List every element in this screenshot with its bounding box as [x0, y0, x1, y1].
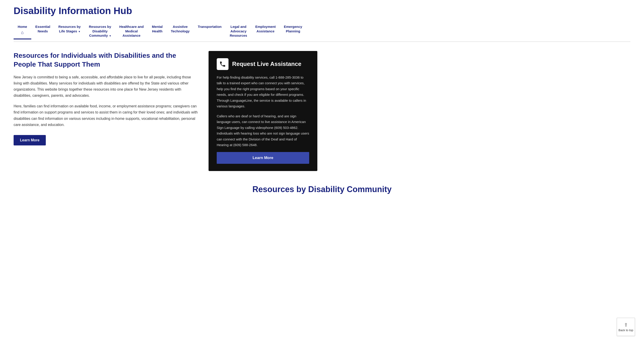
intro-paragraph-2: Here, families can find information on a… [14, 103, 200, 128]
nav-item-employment[interactable]: EmploymentAssistance [251, 22, 280, 37]
nav-item-home[interactable]: Home ⌂ [14, 22, 31, 39]
assistance-paragraph-2: Callers who are deaf or hard of hearing,… [217, 113, 309, 148]
nav-label-healthcare: Healthcare andMedicalAssistance [119, 25, 144, 37]
nav-label-legal: Legal andAdvocacyResources [230, 25, 247, 37]
nav-item-transportation[interactable]: Transportation [194, 22, 226, 33]
assistance-title: Request Live Assistance [232, 60, 301, 67]
page-heading: Resources for Individuals with Disabilit… [14, 51, 200, 69]
nav-item-legal[interactable]: Legal andAdvocacyResources [226, 22, 251, 41]
assistance-card: Request Live Assistance For help finding… [208, 51, 317, 171]
dropdown-arrow-disability: ▾ [110, 34, 111, 37]
phone-icon [219, 61, 226, 67]
resources-section: Resources by Disability Community [0, 180, 644, 203]
home-icon: ⌂ [18, 29, 27, 35]
assistance-paragraph-1: For help finding disability services, ca… [217, 74, 309, 109]
assistance-learn-more-button[interactable]: Learn More [217, 152, 309, 164]
nav-label-emergency: EmergencyPlanning [284, 25, 302, 33]
nav-label-life-stages: Resources byLife Stages ▾ [58, 25, 81, 33]
phone-icon-box [217, 58, 228, 70]
site-title: Disability Information Hub [14, 5, 630, 16]
nav-item-assistive-tech[interactable]: AssistiveTechnology [166, 22, 194, 37]
nav-item-healthcare[interactable]: Healthcare andMedicalAssistance [115, 22, 148, 41]
main-learn-more-button[interactable]: Learn More [14, 135, 46, 145]
nav-item-emergency[interactable]: EmergencyPlanning [280, 22, 306, 37]
nav-label-mental-health: MentalHealth [152, 25, 163, 33]
nav-label-transportation: Transportation [198, 25, 222, 28]
nav-label-home: Home [18, 25, 27, 28]
dropdown-arrow-life-stages: ▾ [79, 30, 80, 33]
nav-item-mental-health[interactable]: MentalHealth [148, 22, 167, 37]
left-column: Resources for Individuals with Disabilit… [14, 51, 200, 146]
nav-label-disability-community: Resources byDisabilityCommunity ▾ [89, 25, 111, 37]
nav-label-employment: EmploymentAssistance [255, 25, 276, 33]
intro-paragraph-1: New Jersey is committed to being a safe,… [14, 74, 200, 99]
site-header: Disability Information Hub Home ⌂ Essent… [0, 0, 644, 42]
nav-item-essential-needs[interactable]: EssentialNeeds [31, 22, 54, 37]
resources-heading: Resources by Disability Community [14, 185, 630, 194]
nav-item-life-stages[interactable]: Resources byLife Stages ▾ [54, 22, 85, 37]
assistance-card-header: Request Live Assistance [217, 58, 309, 70]
main-content: Resources for Individuals with Disabilit… [0, 42, 644, 180]
nav-item-disability-community[interactable]: Resources byDisabilityCommunity ▾ [85, 22, 115, 41]
nav-label-assistive-tech: AssistiveTechnology [171, 25, 190, 33]
main-navigation: Home ⌂ EssentialNeeds Resources byLife S… [14, 22, 630, 42]
nav-label-essential-needs: EssentialNeeds [35, 25, 50, 33]
